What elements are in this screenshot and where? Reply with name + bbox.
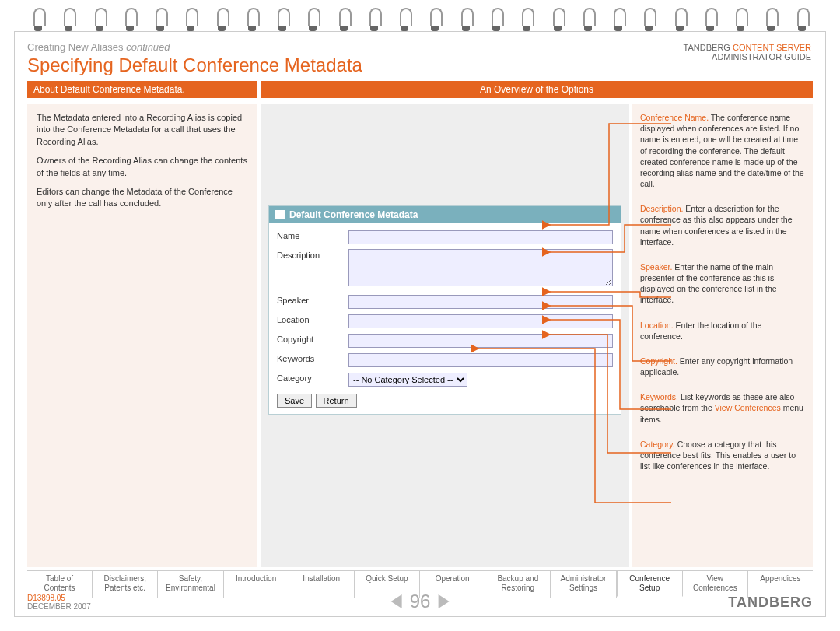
metadata-panel: Default Conference Metadata Name Descrip… [268,205,621,415]
copyright-field[interactable] [348,334,613,348]
prev-page-icon[interactable] [391,594,402,608]
opt-conference-name: Conference Name. The conference name dis… [640,112,805,189]
page-navigation: 96 [391,591,450,612]
brand-logo: TANDBERG [728,594,813,611]
opt-location: Location. Enter the location of the conf… [640,320,805,342]
metadata-panel-header: Default Conference Metadata [269,206,621,223]
opt-copyright: Copyright. Enter any copyright informati… [640,356,805,377]
spiral-binding [0,0,840,31]
about-p3: Editors can change the Metadata of the C… [37,186,248,210]
category-select[interactable]: -- No Category Selected -- [348,373,467,387]
location-label: Location [277,314,348,324]
about-p2: Owners of the Recording Alias can change… [37,155,248,179]
options-column: Conference Name. The conference name dis… [632,104,813,567]
name-label: Name [277,230,348,240]
document-id-block: TANDBERG CONTENT SERVER ADMINISTRATOR GU… [684,43,811,61]
opt-description: Description. Enter a description for the… [640,203,805,247]
description-field[interactable] [348,249,613,286]
panel-icon [275,210,285,219]
category-label: Category [277,372,348,383]
return-button[interactable]: Return [316,394,357,408]
description-label: Description [277,249,348,260]
tab-conference-setup[interactable]: ConferenceSetup [617,570,683,597]
screenshot-column: Default Conference Metadata Name Descrip… [261,104,629,567]
section-heading-left: About Default Conference Metadata. [27,81,257,98]
about-column: The Metadata entered into a Recording Al… [27,104,257,567]
opt-speaker: Speaker. Enter the name of the main pres… [640,261,805,306]
next-page-icon[interactable] [438,594,449,608]
keywords-field[interactable] [348,353,613,367]
location-field[interactable] [348,314,613,328]
save-button[interactable]: Save [277,394,312,408]
opt-category: Category. Choose a category that this co… [640,439,805,472]
name-field[interactable] [348,230,613,244]
page-number: 96 [410,591,431,612]
page-content: Creating New Aliases continued Specifyin… [14,31,826,617]
about-p1: The Metadata entered into a Recording Al… [37,112,248,148]
copyright-label: Copyright [277,333,348,344]
opt-keywords: Keywords. List keywords as these are als… [640,391,805,425]
speaker-field[interactable] [348,295,613,309]
section-heading-right: An Overview of the Options [261,81,813,98]
speaker-label: Speaker [277,294,348,305]
keywords-label: Keywords [277,352,348,363]
